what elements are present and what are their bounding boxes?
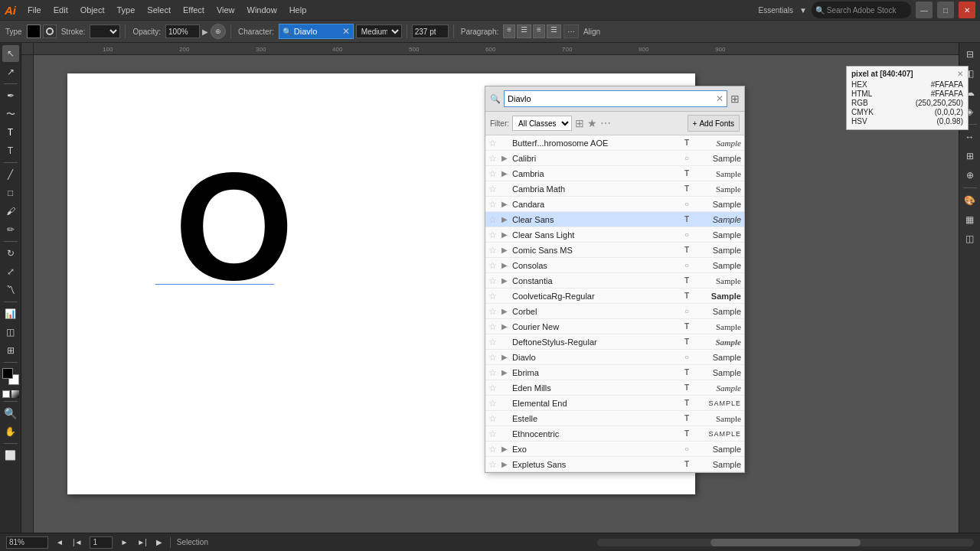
font-search-input[interactable] [294, 27, 340, 36]
more-options-btn[interactable]: ⋯ [564, 24, 579, 38]
font-list-item[interactable]: ☆ ▶ Courier New T Sample [485, 319, 744, 334]
font-list-item[interactable]: ☆ Eden Mills T Sample [485, 380, 744, 396]
font-list-item[interactable]: ☆ ▶ Calibri ○ Sample [485, 151, 744, 166]
align-justify-btn[interactable]: ☰ [547, 24, 561, 38]
font-list-item[interactable]: ☆ ▶ Candara ○ Sample [485, 197, 744, 212]
rect-tool[interactable]: □ [2, 184, 19, 201]
menu-view[interactable]: View [211, 4, 240, 16]
text-object[interactable]: O [175, 150, 294, 303]
pen-tool[interactable]: ✒ [2, 87, 19, 104]
font-search-box[interactable]: ✕ [504, 90, 727, 107]
expand-arrow-icon[interactable]: ▶ [501, 261, 511, 270]
curvature-tool[interactable]: 〜 [2, 106, 19, 122]
close-btn[interactable]: ✕ [959, 2, 975, 18]
foreground-color[interactable] [2, 368, 13, 379]
expand-arrow-icon[interactable]: ▶ [501, 460, 511, 469]
font-toggle-icon[interactable]: ⊞ [730, 93, 740, 105]
favorite-star-icon[interactable]: ☆ [488, 337, 499, 347]
artboard-tool[interactable]: ⬜ [2, 447, 19, 464]
font-list-item[interactable]: ☆ ▶ Comic Sans MS T Sample [485, 243, 744, 258]
menu-type[interactable]: Type [112, 4, 141, 16]
expand-arrow-icon[interactable]: ▶ [501, 246, 511, 255]
favorite-star-icon[interactable]: ☆ [488, 352, 499, 363]
graph-tool[interactable]: 📊 [2, 305, 19, 322]
opacity-input[interactable] [165, 24, 200, 38]
gradient-color-btn[interactable] [11, 390, 19, 398]
favorite-star-icon[interactable]: ☆ [488, 260, 499, 271]
font-list-item[interactable]: ☆ ▶ Diavlo ○ Sample [485, 350, 744, 365]
font-list-item[interactable]: ☆ ▶ Expletus Sans T Sample [485, 457, 744, 472]
filter-icon[interactable]: ⋯ [600, 117, 611, 129]
favorite-star-icon[interactable]: ☆ [488, 367, 499, 378]
expand-arrow-icon[interactable]: ▶ [501, 353, 511, 362]
favorite-star-icon[interactable]: ☆ [488, 291, 499, 302]
transform-btn[interactable]: ↔ [962, 129, 978, 145]
no-fill-btn[interactable] [2, 390, 10, 398]
font-list-item[interactable]: ☆ ▶ Constantia T Sample [485, 273, 744, 289]
favorite-star-icon[interactable]: ☆ [488, 230, 499, 240]
expand-arrow-icon[interactable]: ▶ [501, 215, 511, 224]
horizontal-scrollbar[interactable] [597, 539, 974, 546]
expand-arrow-icon[interactable]: ▶ [501, 368, 511, 377]
zoom-tool[interactable]: 🔍 [2, 405, 19, 422]
favorites-icon[interactable]: ★ [587, 117, 597, 129]
menu-file[interactable]: File [22, 4, 47, 16]
font-list-item[interactable]: ☆ ▶ Cambria T Sample [485, 166, 744, 181]
grid-view-icon[interactable]: ⊞ [575, 117, 584, 129]
appearance-icon[interactable]: ⊕ [211, 24, 226, 39]
menu-select[interactable]: Select [142, 4, 176, 16]
expand-arrow-icon[interactable]: ▶ [501, 307, 511, 316]
favorite-star-icon[interactable]: ☆ [488, 459, 499, 470]
scale-tool[interactable]: ⤢ [2, 263, 19, 280]
font-list-item[interactable]: ☆ Elemental End T SAMPLE [485, 396, 744, 411]
mesh-tool[interactable]: ⊞ [2, 342, 19, 359]
properties-btn[interactable]: ⊟ [962, 46, 978, 63]
font-list-item[interactable]: ☆ ▶ Exo ○ Sample [485, 442, 744, 457]
font-list-item[interactable]: ☆ DeftoneStylus-Regular T Sample [485, 334, 744, 350]
weight-select[interactable]: Medium [356, 24, 402, 38]
align-panel-btn[interactable]: ⊞ [962, 148, 978, 165]
font-size-input[interactable] [412, 24, 449, 38]
favorite-star-icon[interactable]: ☆ [488, 199, 499, 210]
favorite-star-icon[interactable]: ☆ [488, 214, 499, 225]
gradient-panel-btn[interactable]: ◫ [962, 230, 978, 247]
swatches-btn[interactable]: ▦ [962, 211, 978, 228]
expand-arrow-icon[interactable]: ▶ [501, 154, 511, 163]
expand-arrow-icon[interactable]: ▶ [501, 322, 511, 331]
expand-arrow-icon[interactable]: ▶ [501, 276, 511, 285]
expand-arrow-icon[interactable]: ▶ [501, 200, 511, 209]
pixel-info-close-btn[interactable]: ✕ [957, 70, 963, 78]
font-list-item[interactable]: ☆ ▶ Ebrima T Sample [485, 365, 744, 380]
pencil-tool[interactable]: ✏ [2, 221, 19, 238]
first-page-btn[interactable]: |◄ [71, 538, 84, 546]
last-page-btn[interactable]: ►| [136, 538, 149, 546]
select-tool[interactable]: ↖ [2, 45, 19, 62]
favorite-star-icon[interactable]: ☆ [488, 306, 499, 317]
type-tool[interactable]: T [2, 124, 19, 141]
font-list[interactable]: ☆ Butterf...hromosome AOE T Sample ☆ ▶ C… [485, 135, 744, 472]
zoom-input[interactable] [6, 536, 48, 549]
font-list-item[interactable]: ☆ ▶ Clear Sans T Sample [485, 212, 744, 227]
menu-window[interactable]: Window [242, 4, 283, 16]
favorite-star-icon[interactable]: ☆ [488, 429, 499, 439]
favorite-star-icon[interactable]: ☆ [488, 245, 499, 256]
play-btn[interactable]: ▶ [155, 538, 164, 546]
prev-page-btn[interactable]: ◄ [54, 538, 65, 546]
next-page-btn[interactable]: ► [119, 538, 129, 546]
align-left-btn[interactable]: ≡ [503, 24, 515, 38]
stroke-select[interactable] [90, 24, 120, 38]
favorite-star-icon[interactable]: ☆ [488, 398, 499, 409]
color-btn[interactable]: 🎨 [962, 192, 978, 209]
hand-tool[interactable]: ✋ [2, 423, 19, 440]
minimize-btn[interactable]: — [916, 2, 933, 18]
expand-arrow-icon[interactable]: ▶ [501, 169, 511, 178]
font-class-filter[interactable]: All Classes [512, 116, 572, 131]
add-fonts-button[interactable]: + Add Fonts [688, 115, 740, 132]
font-list-item[interactable]: ☆ Cambria Math T Sample [485, 181, 744, 197]
menu-effect[interactable]: Effect [178, 4, 210, 16]
menu-help[interactable]: Help [284, 4, 312, 16]
expand-arrow-icon[interactable]: ▶ [501, 445, 511, 454]
font-list-item[interactable]: ☆ Estelle T Sample [485, 411, 744, 426]
paintbrush-tool[interactable]: 🖌 [2, 203, 19, 220]
maximize-btn[interactable]: □ [937, 2, 954, 18]
